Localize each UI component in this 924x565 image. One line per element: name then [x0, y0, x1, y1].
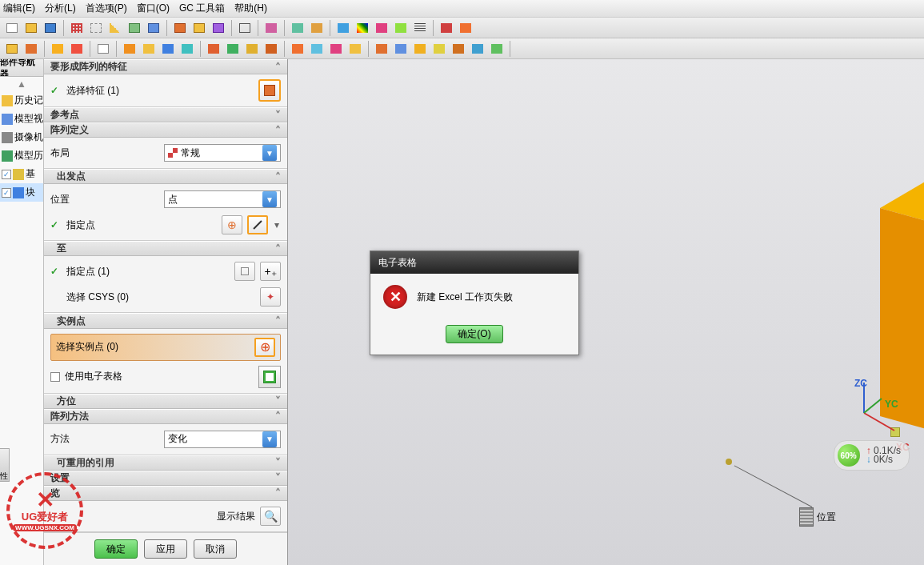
- render-icon[interactable]: [334, 19, 352, 37]
- op-a[interactable]: [289, 40, 306, 58]
- point-button[interactable]: [234, 262, 255, 281]
- use-sheet-checkbox[interactable]: [50, 372, 60, 382]
- layer-icon[interactable]: [126, 19, 143, 37]
- folder2-icon[interactable]: [3, 40, 21, 58]
- as-f[interactable]: [469, 40, 486, 58]
- open-icon[interactable]: [22, 19, 40, 37]
- point-picker-button[interactable]: [247, 215, 268, 234]
- save-icon[interactable]: [42, 19, 59, 37]
- dim-icon[interactable]: [438, 19, 455, 37]
- shape-d[interactable]: [262, 40, 280, 58]
- nav-tree-block[interactable]: ✓块: [0, 183, 43, 202]
- new-file-icon[interactable]: [3, 19, 21, 37]
- box-orange-icon[interactable]: [121, 40, 138, 58]
- extrude-icon[interactable]: [190, 19, 208, 37]
- menu-preferences[interactable]: 首选项(P): [86, 2, 127, 15]
- view-icon[interactable]: [289, 19, 306, 37]
- menu-help[interactable]: 帮助(H): [234, 2, 267, 15]
- section-start[interactable]: 出发点˄: [44, 169, 287, 184]
- tool-a[interactable]: [68, 40, 86, 58]
- cube-icon[interactable]: [145, 19, 162, 37]
- as-d[interactable]: [430, 40, 448, 58]
- section-to[interactable]: 至˄: [44, 241, 287, 256]
- select-instance-row[interactable]: 选择实例点 (0) ⊕: [50, 334, 281, 361]
- chart-icon[interactable]: [457, 19, 474, 37]
- checkbox-icon[interactable]: ✓: [2, 170, 11, 179]
- check-icon: ✓: [50, 85, 58, 96]
- plugin-icon[interactable]: [373, 19, 390, 37]
- as-a[interactable]: [373, 40, 390, 58]
- op-d[interactable]: [346, 40, 364, 58]
- grid-icon[interactable]: [68, 19, 86, 37]
- pattern-icon[interactable]: [262, 19, 280, 37]
- dropdown-arrow-icon: ▼: [262, 145, 277, 161]
- nav-camera[interactable]: 摄像机: [0, 128, 43, 146]
- caret-up-icon: ˄: [275, 170, 281, 183]
- home-icon[interactable]: [49, 40, 66, 58]
- caret-up-icon: ˄: [275, 487, 281, 499]
- section-instance[interactable]: 实例点˄: [44, 313, 287, 328]
- layout-dropdown[interactable]: 常规 ▼: [164, 144, 281, 162]
- section-reusable[interactable]: 可重用的引用˅: [44, 455, 287, 471]
- menu-window[interactable]: 窗口(O): [137, 2, 170, 15]
- dialog-ok-button[interactable]: 确定(O): [446, 325, 502, 343]
- box-yellow-icon[interactable]: [140, 40, 158, 58]
- as-e[interactable]: [450, 40, 467, 58]
- checkbox-icon[interactable]: ✓: [2, 188, 11, 198]
- as-g[interactable]: [488, 40, 506, 58]
- revolve-icon[interactable]: [210, 19, 227, 37]
- menu-edit[interactable]: 编辑(E): [3, 2, 35, 15]
- sketch-icon[interactable]: [171, 19, 189, 37]
- method-dropdown[interactable]: 变化 ▼: [164, 431, 281, 448]
- select-features-button[interactable]: [258, 79, 281, 102]
- datum-icon[interactable]: [308, 19, 326, 37]
- nav-history[interactable]: 历史记录: [0, 91, 43, 110]
- cancel-button[interactable]: 取消: [194, 539, 237, 559]
- use-sheet-label: 使用电子表格: [65, 370, 254, 383]
- wire-icon[interactable]: [22, 40, 40, 58]
- caret-down-icon: ˅: [275, 456, 281, 469]
- ok-button[interactable]: 确定: [94, 539, 138, 559]
- side-tab-1[interactable]: 性: [0, 448, 10, 482]
- curve-icon[interactable]: [392, 19, 410, 37]
- csys-button[interactable]: ✦: [260, 287, 281, 307]
- error-dialog: 电子表格 ✕ 新建 Excel 工作页失败 确定(O): [370, 250, 579, 355]
- shape-b[interactable]: [224, 40, 242, 58]
- measure-icon[interactable]: [106, 19, 124, 37]
- position-marker[interactable]: 位置: [799, 507, 836, 527]
- shape-a[interactable]: [205, 40, 222, 58]
- page-icon[interactable]: [94, 40, 112, 58]
- instance-target-button[interactable]: ⊕: [254, 338, 275, 357]
- section-pattern-def[interactable]: 阵列定义˄: [44, 122, 287, 138]
- select-icon[interactable]: [87, 19, 105, 37]
- section-pattern-method[interactable]: 阵列方法˄: [44, 409, 287, 424]
- reference-point[interactable]: [726, 459, 732, 465]
- as-c[interactable]: [411, 40, 429, 58]
- box-cyan-icon[interactable]: [178, 40, 196, 58]
- menu-analyze[interactable]: 分析(L): [45, 2, 76, 15]
- section-ref-point[interactable]: 参考点˅: [44, 107, 287, 122]
- point-add-button[interactable]: +₊: [260, 262, 281, 281]
- as-b[interactable]: [392, 40, 410, 58]
- color-icon[interactable]: [354, 19, 371, 37]
- speed-percent: 60%: [838, 444, 860, 467]
- nav-tree-base[interactable]: ✓基: [0, 165, 43, 183]
- section-orientation[interactable]: 方位˅: [44, 394, 287, 409]
- section-pattern-features[interactable]: 要形成阵列的特征˄: [44, 59, 287, 74]
- menu-gc-toolbox[interactable]: GC 工具箱: [179, 2, 225, 15]
- spreadsheet-button[interactable]: [258, 366, 281, 388]
- apply-button[interactable]: 应用: [144, 539, 187, 559]
- rect-icon[interactable]: [236, 19, 254, 37]
- nav-model-view[interactable]: 模型视图: [0, 110, 43, 128]
- caret-up-icon: ˄: [275, 410, 281, 423]
- show-result-button[interactable]: 🔍: [260, 507, 281, 526]
- op-b[interactable]: [308, 40, 326, 58]
- shape-c[interactable]: [243, 40, 261, 58]
- nav-model-history[interactable]: 模型历史: [0, 146, 43, 165]
- box-blue-icon[interactable]: [159, 40, 177, 58]
- position-dropdown[interactable]: 点 ▼: [164, 190, 281, 208]
- layout-label: 布局: [50, 146, 159, 160]
- hatch-icon[interactable]: [411, 19, 429, 37]
- point-constructor-button[interactable]: ⊕: [222, 215, 242, 234]
- op-c[interactable]: [327, 40, 345, 58]
